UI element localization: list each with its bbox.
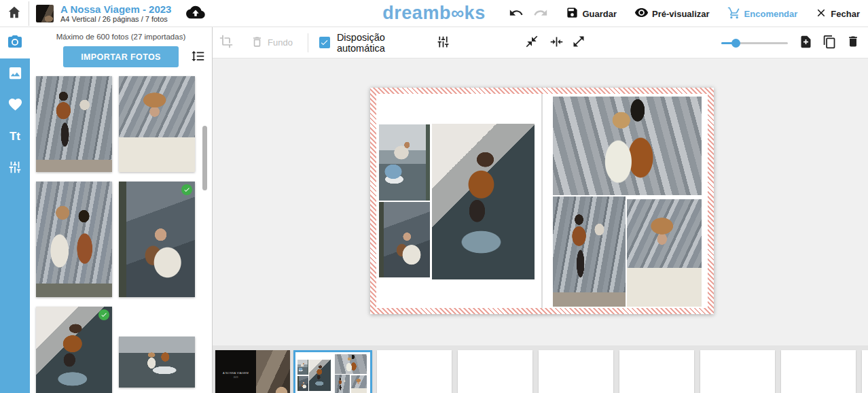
mini-photo [309,360,331,391]
heart-icon [7,97,23,114]
project-title: A Nossa Viagem - 2023 [60,3,171,15]
camera-icon [7,34,23,52]
page-thumb-spread-7[interactable] [781,350,856,393]
canvas [213,58,868,345]
import-row: IMPORTAR FOTOS [36,46,205,67]
tab-adjust[interactable] [0,152,30,184]
spread-pages [376,94,708,308]
home-icon [7,5,22,22]
cloud-upload-icon [186,3,205,24]
preview-button[interactable]: Pré-visualizar [634,5,710,22]
zoom-slider[interactable] [721,38,788,48]
page-thumb-spread-4[interactable] [539,350,613,393]
shrink-layout-button[interactable] [525,35,539,50]
header-divider [29,1,29,26]
page-thumb-spread-1-selected[interactable] [293,350,372,393]
page-thumb-spread-6[interactable] [700,350,775,393]
save-icon [566,6,579,21]
zoom-slider-thumb[interactable] [731,39,740,48]
import-photos-button[interactable]: IMPORTAR FOTOS [63,46,179,67]
cover-thumb-title: A NOSSA VIAGEM [223,371,249,375]
editor-toolbar: Fundo Disposição automática [213,27,868,58]
redo-icon [533,5,548,22]
header-left: A Nossa Viagem - 2023 A4 Vertical / 26 p… [0,1,205,26]
order-label: Encomendar [744,9,798,19]
left-rail: Tt [0,27,30,393]
cart-icon [727,6,741,22]
photo-thumb-couple-in-boat[interactable] [119,337,195,388]
spread-photo-boat-lean[interactable] [379,124,430,201]
auto-layout-toggle[interactable]: Disposição automática [319,32,431,54]
project-title-block: A Nossa Viagem - 2023 A4 Vertical / 26 p… [60,3,171,24]
order-button[interactable]: Encomendar [727,6,798,22]
photo-thumbnails [30,67,212,393]
toolbar-divider [308,33,308,52]
close-icon [815,7,827,21]
top-bar: A Nossa Viagem - 2023 A4 Vertical / 26 p… [0,0,868,27]
header-actions: Guardar Pré-visualizar Encomendar Fechar [509,0,860,27]
spread-photo-couple-portrait[interactable] [553,97,702,195]
trash-outline-icon [251,35,264,50]
sort-icon [191,49,205,65]
undo-button[interactable] [509,5,524,22]
used-check-icon [98,309,109,320]
photo-thumb-woman-with-hat[interactable] [119,76,195,172]
spread-photo-woman-reclining-lake[interactable] [379,202,430,277]
mini-photo [297,376,308,391]
photo-thumb-woman-reclining-lake[interactable] [119,182,195,297]
expand-arrows-icon [572,35,585,50]
photo-thumb-couple-selfie[interactable] [36,182,112,297]
rail-inactive-group: Tt [0,58,30,393]
photos-scrollbar[interactable] [202,126,207,190]
photo-thumb-man-on-boat[interactable] [36,307,112,393]
home-button[interactable] [7,5,22,22]
eye-icon [634,5,649,22]
layout-settings-button[interactable] [436,35,450,51]
mini-photo [335,354,367,374]
page-thumb-spread-2[interactable] [377,350,452,393]
sort-photos-button[interactable] [191,49,205,65]
crop-button[interactable] [219,35,233,50]
close-label: Fechar [831,9,860,19]
preview-label: Pré-visualizar [652,9,710,19]
tune-vertical-icon [436,35,450,51]
thumb-column-left [36,76,112,393]
add-page-icon [799,35,813,51]
auto-layout-label: Disposição automática [337,32,431,54]
merge-arrows-icon [549,35,564,51]
page-thumb-spread-8[interactable] [862,350,868,393]
checkbox-checked-icon [319,37,330,48]
spread-photo-man-leaning-on-marble[interactable] [553,196,626,307]
center-layout-button[interactable] [549,35,564,51]
dreambooks-logo: dreamb∞ks [382,2,485,23]
remove-background-button[interactable]: Fundo [251,35,293,50]
spread-photo-woman-with-hat[interactable] [627,199,702,307]
spread-photo-man-on-boat[interactable] [432,124,535,279]
photo-thumb-man-leaning-on-marble[interactable] [36,76,112,172]
add-page-button[interactable] [799,35,813,51]
text-icon: Tt [10,130,20,143]
page-thumb-cover[interactable]: A NOSSA VIAGEM 2023 [215,350,290,393]
used-check-icon [181,184,192,195]
redo-button[interactable] [533,5,548,22]
save-button[interactable]: Guardar [566,6,617,21]
tab-favorites[interactable] [0,90,30,121]
close-button[interactable]: Fechar [815,7,860,21]
tab-photos[interactable] [0,27,30,58]
delete-page-button[interactable] [846,35,860,50]
expand-layout-button[interactable] [572,35,585,50]
photos-panel: Máximo de 600 fotos (27 importadas) IMPO… [30,27,213,393]
tab-text[interactable]: Tt [0,121,30,152]
copy-page-button[interactable] [822,35,837,51]
thumb-column-right [119,76,195,393]
cover-thumb-photo [256,350,290,393]
page-thumb-spread-5[interactable] [619,350,694,393]
tab-layouts[interactable] [0,58,30,90]
page-gutter [541,94,543,308]
mini-spread [297,354,369,393]
workspace: Fundo Disposição automática [213,27,868,393]
copy-icon [822,35,837,51]
book-cover-thumbnail [36,5,54,22]
trash-filled-icon [846,35,860,50]
page-thumb-spread-3[interactable] [458,350,532,393]
